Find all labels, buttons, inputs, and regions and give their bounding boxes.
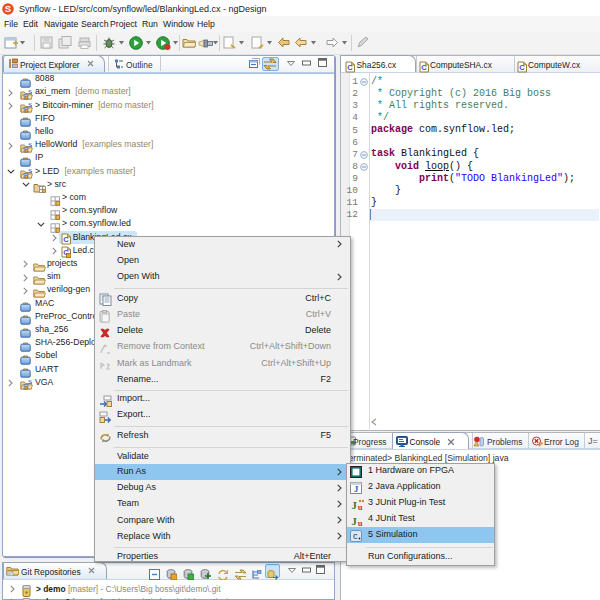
svg-text:C: C — [421, 63, 427, 72]
svg-text:S: S — [28, 167, 32, 175]
svg-text:C: C — [519, 63, 525, 72]
svg-text:S: S — [5, 3, 11, 14]
svg-text:C: C — [63, 235, 69, 244]
svg-text:C: C — [353, 532, 358, 541]
svg-text:J: J — [351, 500, 356, 511]
svg-text:S: S — [28, 88, 32, 96]
svg-text:u: u — [358, 517, 363, 527]
svg-text:u: u — [358, 501, 363, 511]
svg-text:GIT: GIT — [7, 572, 14, 576]
svg-text:J: J — [351, 516, 356, 527]
svg-text:S: S — [28, 101, 32, 109]
svg-text:S: S — [28, 141, 32, 149]
svg-text:C: C — [347, 63, 353, 72]
svg-text:S: S — [28, 378, 32, 386]
